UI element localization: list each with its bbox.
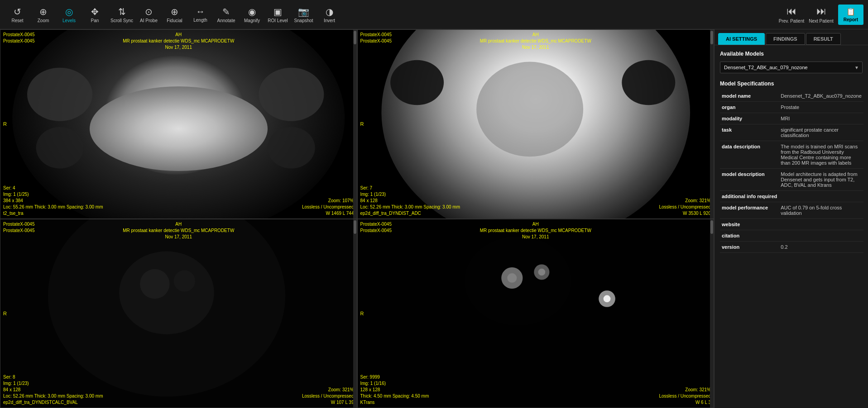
vp2-ser: Ser: 7 [360,185,460,191]
tool-roi-level[interactable]: ▣ ROI Level [268,6,288,23]
vp2-patient-line2: ProstateX-0045 [360,38,392,44]
magnify-label: Magnify [244,18,260,23]
vp1-img: Img: 1 (1/25) [3,191,103,198]
vp4-scrollbar-thumb[interactable] [710,220,713,234]
report-icon: 📋 [846,7,855,16]
toolbar: ↺ Reset ⊕ Zoom ◎ Levels ✥ Pan ⇅ Scroll S… [0,0,868,29]
vp3-header: AH MR prostaat kanker detectie WDS_mc MC… [123,221,234,240]
spec-key-model-name: model name [720,90,779,102]
tool-scroll-sync[interactable]: ⇅ Scroll Sync [110,6,133,23]
svg-point-24 [464,236,571,325]
vp2-scrollbar-thumb[interactable] [710,31,713,44]
vp2-size: 84 x 128 [360,198,460,204]
viewport-ktrans[interactable]: ProstateX-0045 ProstateX-0045 AH MR pros… [357,219,715,408]
vp1-zoom: Zoom: 107% [302,198,354,204]
snapshot-label: Snapshot [294,18,313,23]
zoom-icon: ⊕ [39,6,47,17]
vp4-bottom-right: Zoom: 321% Lossless / Uncompressed W 6 L… [659,387,711,406]
next-patient-button[interactable]: ⏭ Next Patient [809,5,833,24]
spec-key-website: website [720,219,779,230]
ai-probe-icon: ⊙ [145,6,153,17]
tool-fiducial[interactable]: ⊕ Fiducial [164,6,185,23]
levels-icon: ◎ [65,6,73,17]
toolbar-right: ⏮ Prev. Patient ⏭ Next Patient 📋 Report [779,5,863,25]
pan-icon: ✥ [91,6,99,17]
vp1-header-line2: MR prostaat kanker detectie WDS_mc MCAPR… [123,38,234,44]
vp4-ser: Ser: 9999 [360,374,429,380]
tab-result[interactable]: RESULT [806,33,841,45]
svg-point-14 [119,251,214,334]
vp2-header-line1: AH [480,32,591,38]
vp3-size: 84 x 128 [3,387,103,393]
vp4-header: AH MR prostaat kanker detectie WDS_mc MC… [480,221,591,240]
vp1-patient-info: ProstateX-0045 ProstateX-0045 [3,32,35,44]
svg-point-10 [390,60,444,105]
tab-findings[interactable]: FINDINGS [766,33,805,45]
vp4-wl: W 6 L 3 [659,399,711,406]
vp3-scrollbar[interactable] [353,219,357,408]
tool-reset[interactable]: ↺ Reset [7,6,28,23]
svg-point-11 [622,60,675,105]
vp4-scrollbar[interactable] [710,219,714,408]
vp2-compression: Lossless / Uncompressed [659,204,711,210]
report-button[interactable]: 📋 Report [838,5,863,25]
vp2-header: AH MR prostaat kanker detectie WDS_mc MC… [480,32,591,51]
viewer-grid: ProstateX-0045 ProstateX-0045 AH MR pros… [0,29,714,408]
right-panel: AI SETTINGSFINDINGSRESULT Available Mode… [714,29,868,408]
vp1-scrollbar[interactable] [353,30,357,218]
spec-key-modality: modality [720,113,779,124]
tool-pan[interactable]: ✥ Pan [85,6,105,23]
viewport-bval[interactable]: ProstateX-0045 ProstateX-0045 AH MR pros… [0,219,357,408]
tool-zoom[interactable]: ⊕ Zoom [33,6,53,23]
vp1-ser: Ser: 4 [3,185,103,191]
svg-point-6 [268,127,315,169]
length-label: Length [193,18,207,23]
report-label: Report [844,17,858,22]
spec-row-citation: citation [720,230,863,242]
vp2-scrollbar[interactable] [710,30,714,218]
viewport-adc[interactable]: ProstateX-0045 ProstateX-0045 AH MR pros… [357,29,715,219]
vp4-r-label: R [360,311,364,316]
vp3-patient-info: ProstateX-0045 ProstateX-0045 [3,221,35,234]
vp2-bottom-left: Ser: 7 Img: 1 (1/23) 84 x 128 Loc: 52.26… [360,185,460,217]
model-select[interactable]: Densenet_T2_ABK_auc_079_nozone [720,62,863,73]
vp4-size: 128 x 128 [360,387,429,393]
vp1-wl: W 1469 L 744 [302,210,354,217]
vp1-scrollbar-thumb[interactable] [354,31,356,44]
spec-row-data-description: data description The model is trained on… [720,141,863,169]
spec-row-model-performance: model performance AUC of 0.79 on 5-fold … [720,202,863,219]
spec-row-modality: modality MRI [720,113,863,124]
viewport-t2[interactable]: ProstateX-0045 ProstateX-0045 AH MR pros… [0,29,357,219]
tool-magnify[interactable]: ◉ Magnify [242,6,262,23]
spec-value-citation [779,230,863,242]
reset-icon: ↺ [14,6,21,17]
spec-key-version: version [720,242,779,253]
tool-length[interactable]: ↔ Length [190,6,211,23]
length-icon: ↔ [196,6,205,17]
tab-ai-settings[interactable]: AI SETTINGS [718,33,765,45]
spec-value-task: significant prostate cancer classificati… [779,124,863,141]
tool-invert[interactable]: ◑ Invert [319,6,340,23]
invert-icon: ◑ [326,6,333,17]
spec-key-model-performance: model performance [720,202,779,219]
prev-patient-label: Prev. Patient [779,19,805,24]
magnify-icon: ◉ [248,6,256,17]
vp1-patient-line2: ProstateX-0045 [3,38,35,44]
vp4-series-name: KTrans [360,399,429,406]
vp4-header-line1: AH [480,221,591,228]
tool-levels[interactable]: ◎ Levels [59,6,79,23]
vp3-scrollbar-thumb[interactable] [354,220,356,234]
vp1-series-name: t2_tse_tra [3,210,103,217]
tool-ai-probe[interactable]: ⊙ AI Probe [139,6,159,23]
vp2-r-label: R [360,121,364,127]
pan-label: Pan [91,18,99,23]
prev-patient-button[interactable]: ⏮ Prev. Patient [779,5,805,24]
tool-annotate[interactable]: ✎ Annotate [216,6,236,23]
model-specs-table: model name Densenet_T2_ABK_auc079_nozone… [720,90,863,253]
vp4-loc: Thick: 4.50 mm Spacing: 4.50 mm [360,393,429,399]
vp2-header-line3: Nov 17, 2011 [480,44,591,51]
vp3-wl: W 107 L 39 [302,399,354,406]
model-specs-title: Model Specifications [720,81,863,87]
vp4-compression: Lossless / Uncompressed [659,393,711,399]
tool-snapshot[interactable]: 📷 Snapshot [293,6,314,23]
